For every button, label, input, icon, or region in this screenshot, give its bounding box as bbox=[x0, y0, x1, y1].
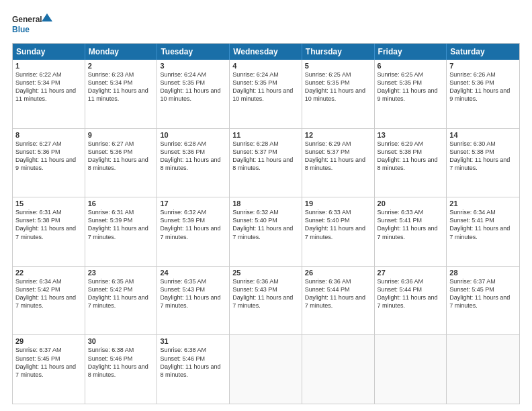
sunset-line: Sunset: 5:44 PM bbox=[378, 285, 444, 293]
sunset-line: Sunset: 5:39 PM bbox=[160, 216, 226, 224]
daylight-hours: 7 minutes. bbox=[378, 302, 444, 310]
week-row-3: 22Sunrise: 6:34 AMSunset: 5:42 PMDayligh… bbox=[13, 266, 519, 335]
day-header-tuesday: Tuesday bbox=[157, 44, 230, 60]
sunset-line: Sunset: 5:39 PM bbox=[88, 216, 154, 224]
day-cell-5: 5Sunrise: 6:25 AMSunset: 5:35 PMDaylight… bbox=[302, 60, 375, 128]
day-header-thursday: Thursday bbox=[302, 44, 375, 60]
daylight-label: Daylight: 11 hours and bbox=[15, 87, 82, 95]
daylight-hours: 11 minutes. bbox=[88, 95, 154, 103]
daylight-hours: 8 minutes. bbox=[88, 371, 154, 379]
daylight-label: Daylight: 11 hours and bbox=[232, 156, 299, 164]
sunset-line: Sunset: 5:38 PM bbox=[378, 148, 444, 156]
daylight-label: Daylight: 11 hours and bbox=[449, 156, 517, 164]
day-cell-24: 24Sunrise: 6:35 AMSunset: 5:43 PMDayligh… bbox=[157, 267, 230, 335]
daylight-label: Daylight: 11 hours and bbox=[378, 87, 444, 95]
day-number: 4 bbox=[232, 62, 299, 70]
svg-marker-2 bbox=[42, 13, 52, 21]
day-number: 13 bbox=[378, 131, 444, 139]
sunrise-line: Sunrise: 6:38 AM bbox=[160, 346, 226, 354]
daylight-hours: 7 minutes. bbox=[15, 233, 82, 241]
day-cell-7: 7Sunrise: 6:26 AMSunset: 5:36 PMDaylight… bbox=[447, 60, 519, 128]
daylight-label: Daylight: 11 hours and bbox=[15, 224, 82, 232]
sunrise-line: Sunrise: 6:36 AM bbox=[378, 277, 444, 285]
day-cell-14: 14Sunrise: 6:30 AMSunset: 5:38 PMDayligh… bbox=[447, 129, 519, 197]
sunset-line: Sunset: 5:43 PM bbox=[232, 285, 299, 293]
sunrise-line: Sunrise: 6:38 AM bbox=[88, 346, 154, 354]
sunrise-line: Sunrise: 6:23 AM bbox=[88, 71, 154, 79]
sunrise-line: Sunrise: 6:31 AM bbox=[15, 208, 82, 216]
day-cell-10: 10Sunrise: 6:28 AMSunset: 5:36 PMDayligh… bbox=[157, 129, 230, 197]
sunset-line: Sunset: 5:35 PM bbox=[160, 79, 226, 87]
day-cell-31: 31Sunrise: 6:38 AMSunset: 5:46 PMDayligh… bbox=[157, 335, 230, 404]
week-row-0: 1Sunrise: 6:22 AMSunset: 5:34 PMDaylight… bbox=[13, 60, 519, 128]
empty-cell bbox=[302, 335, 375, 404]
day-cell-29: 29Sunrise: 6:37 AMSunset: 5:45 PMDayligh… bbox=[13, 335, 85, 404]
sunrise-line: Sunrise: 6:35 AM bbox=[160, 277, 226, 285]
daylight-label: Daylight: 11 hours and bbox=[378, 224, 444, 232]
day-cell-3: 3Sunrise: 6:24 AMSunset: 5:35 PMDaylight… bbox=[157, 60, 230, 128]
day-number: 31 bbox=[160, 337, 226, 345]
day-cell-22: 22Sunrise: 6:34 AMSunset: 5:42 PMDayligh… bbox=[13, 267, 85, 335]
day-number: 15 bbox=[15, 199, 82, 208]
daylight-label: Daylight: 11 hours and bbox=[378, 293, 444, 302]
sunset-line: Sunset: 5:40 PM bbox=[232, 216, 299, 224]
daylight-hours: 9 minutes. bbox=[15, 164, 82, 172]
sunrise-line: Sunrise: 6:32 AM bbox=[160, 208, 226, 216]
day-number: 21 bbox=[449, 199, 517, 208]
day-cell-20: 20Sunrise: 6:33 AMSunset: 5:41 PMDayligh… bbox=[375, 197, 447, 266]
daylight-label: Daylight: 11 hours and bbox=[88, 293, 154, 302]
page: General Blue SundayMondayTuesdayWednesda… bbox=[0, 0, 532, 411]
sunrise-line: Sunrise: 6:22 AM bbox=[15, 71, 82, 79]
daylight-label: Daylight: 11 hours and bbox=[160, 363, 226, 371]
sunrise-line: Sunrise: 6:29 AM bbox=[305, 140, 371, 148]
daylight-hours: 7 minutes. bbox=[15, 302, 82, 310]
daylight-hours: 7 minutes. bbox=[449, 302, 517, 310]
day-cell-11: 11Sunrise: 6:28 AMSunset: 5:37 PMDayligh… bbox=[230, 129, 302, 197]
daylight-label: Daylight: 11 hours and bbox=[15, 293, 82, 302]
sunrise-line: Sunrise: 6:28 AM bbox=[160, 140, 226, 148]
daylight-label: Daylight: 11 hours and bbox=[15, 363, 82, 371]
day-cell-16: 16Sunrise: 6:31 AMSunset: 5:39 PMDayligh… bbox=[85, 197, 158, 266]
day-header-friday: Friday bbox=[375, 44, 447, 60]
day-number: 5 bbox=[305, 62, 371, 70]
day-number: 23 bbox=[88, 269, 154, 277]
sunset-line: Sunset: 5:46 PM bbox=[160, 355, 226, 363]
sunset-line: Sunset: 5:42 PM bbox=[15, 285, 82, 293]
calendar-header: SundayMondayTuesdayWednesdayThursdayFrid… bbox=[13, 44, 519, 60]
day-cell-23: 23Sunrise: 6:35 AMSunset: 5:42 PMDayligh… bbox=[85, 267, 158, 335]
sunrise-line: Sunrise: 6:36 AM bbox=[232, 277, 299, 285]
sunrise-line: Sunrise: 6:27 AM bbox=[15, 140, 82, 148]
day-cell-4: 4Sunrise: 6:24 AMSunset: 5:35 PMDaylight… bbox=[230, 60, 302, 128]
sunset-line: Sunset: 5:37 PM bbox=[305, 148, 371, 156]
sunrise-line: Sunrise: 6:37 AM bbox=[449, 277, 517, 285]
daylight-label: Daylight: 11 hours and bbox=[232, 293, 299, 302]
sunset-line: Sunset: 5:35 PM bbox=[232, 79, 299, 87]
daylight-hours: 7 minutes. bbox=[305, 302, 371, 310]
daylight-label: Daylight: 11 hours and bbox=[449, 87, 517, 95]
daylight-label: Daylight: 11 hours and bbox=[15, 156, 82, 164]
daylight-label: Daylight: 11 hours and bbox=[88, 87, 154, 95]
logo: General Blue bbox=[12, 12, 52, 36]
daylight-hours: 10 minutes. bbox=[305, 95, 371, 103]
day-cell-21: 21Sunrise: 6:34 AMSunset: 5:41 PMDayligh… bbox=[447, 197, 519, 266]
sunrise-line: Sunrise: 6:24 AM bbox=[160, 71, 226, 79]
day-cell-12: 12Sunrise: 6:29 AMSunset: 5:37 PMDayligh… bbox=[302, 129, 375, 197]
day-number: 10 bbox=[160, 131, 226, 139]
sunset-line: Sunset: 5:37 PM bbox=[232, 148, 299, 156]
daylight-label: Daylight: 11 hours and bbox=[160, 293, 226, 302]
daylight-label: Daylight: 11 hours and bbox=[88, 363, 154, 371]
daylight-label: Daylight: 11 hours and bbox=[160, 87, 226, 95]
day-cell-26: 26Sunrise: 6:36 AMSunset: 5:44 PMDayligh… bbox=[302, 267, 375, 335]
sunset-line: Sunset: 5:45 PM bbox=[449, 285, 517, 293]
daylight-label: Daylight: 11 hours and bbox=[160, 156, 226, 164]
week-row-4: 29Sunrise: 6:37 AMSunset: 5:45 PMDayligh… bbox=[13, 334, 519, 404]
sunset-line: Sunset: 5:36 PM bbox=[88, 148, 154, 156]
day-number: 19 bbox=[305, 199, 371, 208]
daylight-label: Daylight: 11 hours and bbox=[88, 224, 154, 232]
day-number: 30 bbox=[88, 337, 154, 345]
sunrise-line: Sunrise: 6:24 AM bbox=[232, 71, 299, 79]
day-number: 26 bbox=[305, 269, 371, 277]
sunset-line: Sunset: 5:36 PM bbox=[449, 79, 517, 87]
sunrise-line: Sunrise: 6:35 AM bbox=[88, 277, 154, 285]
sunset-line: Sunset: 5:44 PM bbox=[305, 285, 371, 293]
